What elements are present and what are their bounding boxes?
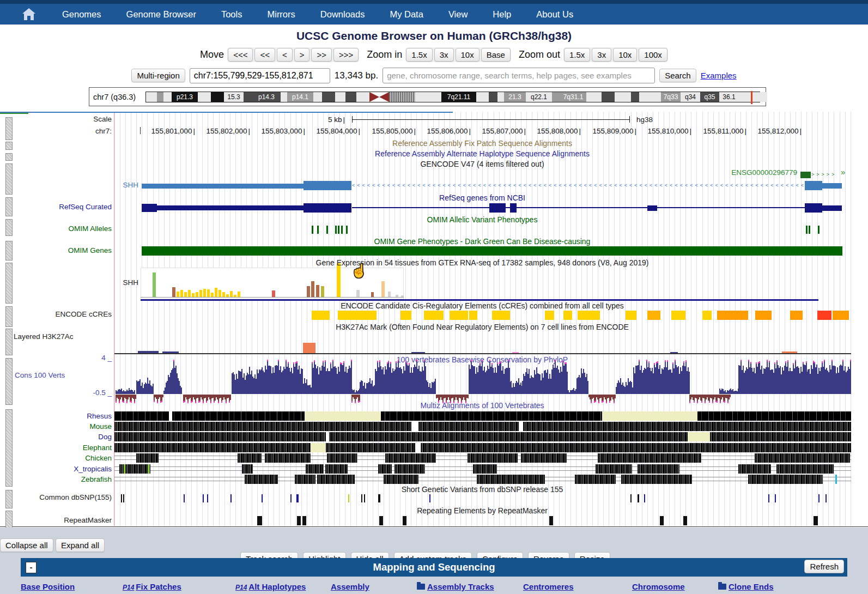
ideogram-band[interactable]: [739, 92, 767, 102]
species-label-chicken[interactable]: Chicken: [85, 454, 112, 462]
gene-label-ensg[interactable]: ENSG00000296779: [685, 168, 797, 177]
ideogram-bar[interactable]: p21.315.3p14.3p14.17q21.1121.3q22.17q31.…: [145, 92, 760, 102]
multiz-align-block[interactable]: [596, 464, 632, 474]
gtex-bar[interactable]: [218, 290, 221, 297]
omim-allele[interactable]: [806, 226, 808, 234]
track-title-gtex[interactable]: Gene Expression in 54 tissues from GTEx …: [113, 258, 851, 267]
config-link-centromeres[interactable]: Centromeres: [523, 582, 574, 591]
gtex-bar[interactable]: [356, 290, 360, 297]
multiz-align-block[interactable]: [238, 453, 262, 463]
search-input[interactable]: [383, 68, 655, 83]
zoom-out-3x-button[interactable]: 3x: [592, 48, 611, 62]
snp[interactable]: [123, 494, 124, 502]
multiz-align-block[interactable]: [621, 475, 692, 484]
multiz-align-block[interactable]: [394, 464, 425, 474]
refseq-exon[interactable]: [647, 205, 657, 211]
zoom-out-100x-button[interactable]: 100x: [639, 48, 667, 62]
track-title-refseq[interactable]: RefSeq genes from NCBI: [113, 193, 851, 202]
refseq-exon[interactable]: [304, 203, 351, 213]
ccre-element[interactable]: [545, 311, 554, 320]
gtex-bar[interactable]: [177, 292, 179, 297]
h3k27ac-peak[interactable]: [138, 351, 159, 353]
ccre-element[interactable]: [671, 311, 685, 320]
gtex-bar[interactable]: [184, 292, 187, 297]
ideogram-band[interactable]: q34: [681, 92, 700, 102]
multiz-align-block[interactable]: [468, 453, 518, 463]
repeat[interactable]: [403, 516, 406, 525]
config-link-assembly-tracks[interactable]: Assembly Tracks: [417, 582, 494, 591]
omim-allele[interactable]: [809, 226, 810, 234]
snp[interactable]: [630, 494, 632, 502]
h3k27ac-peak[interactable]: [303, 343, 315, 353]
gtex-bar[interactable]: [222, 292, 225, 297]
zoom-out-10x-button[interactable]: 10x: [613, 48, 637, 62]
gene-label-shh-gtex[interactable]: SHH: [116, 278, 138, 287]
ideogram-band[interactable]: [586, 92, 602, 102]
config-link-alt-haplotypes[interactable]: P14Alt Haplotypes: [235, 582, 306, 591]
multiz-align-block[interactable]: [136, 453, 159, 463]
nav-genome-browser[interactable]: Genome Browser: [126, 9, 196, 20]
gtex-bar[interactable]: [381, 281, 385, 297]
snp[interactable]: [296, 494, 299, 502]
ccre-element[interactable]: [702, 311, 712, 320]
ideogram-band[interactable]: p21.3: [172, 92, 198, 102]
multiz-row-elephant[interactable]: [114, 443, 851, 452]
ideogram-band[interactable]: [389, 92, 415, 102]
h3k27ac-peak[interactable]: [782, 351, 797, 353]
repeat[interactable]: [660, 516, 664, 525]
snp[interactable]: [644, 494, 645, 502]
snp[interactable]: [184, 494, 185, 502]
snp[interactable]: [262, 494, 263, 502]
gtex-bar[interactable]: [192, 293, 195, 297]
h3k27ac-peak[interactable]: [162, 351, 179, 353]
track-label-dbsnp[interactable]: Common dbSNP(155): [39, 493, 112, 501]
nav-my-data[interactable]: My Data: [390, 9, 423, 20]
ideogram-band[interactable]: [322, 92, 335, 102]
ideogram-band[interactable]: 36.1: [719, 92, 739, 102]
shh-exon[interactable]: [304, 181, 351, 190]
nav-view[interactable]: View: [448, 9, 468, 20]
ideogram-band[interactable]: 7q33: [661, 92, 681, 102]
multiz-align-block[interactable]: [242, 464, 253, 474]
gtex-bar[interactable]: [230, 291, 233, 297]
config-link-chromosome[interactable]: Chromosome: [632, 582, 685, 591]
zoom-in-base-button[interactable]: Base: [481, 48, 511, 62]
move-right-button[interactable]: >>: [311, 48, 332, 62]
ideogram-band[interactable]: 15.3: [224, 92, 244, 102]
ideogram-band[interactable]: [211, 92, 224, 102]
gtex-bar[interactable]: [371, 292, 374, 297]
scale-bar-tick[interactable]: [629, 116, 630, 123]
ideogram-band[interactable]: [313, 92, 322, 102]
h3k27ac-peak[interactable]: [670, 352, 678, 353]
ccre-element[interactable]: [492, 311, 510, 320]
refseq-exon[interactable]: [805, 203, 822, 213]
nav-downloads[interactable]: Downloads: [320, 9, 365, 20]
multiz-row-rhesus[interactable]: [114, 411, 851, 421]
ccre-element[interactable]: [755, 311, 772, 320]
gtex-bar[interactable]: [211, 293, 214, 297]
zoom-in-10x-button[interactable]: 10x: [456, 48, 479, 62]
multiz-align-block[interactable]: [306, 464, 324, 474]
move-far-right-button[interactable]: >>>: [333, 48, 359, 62]
repeat[interactable]: [814, 516, 818, 525]
omim-allele[interactable]: [335, 226, 337, 234]
ideogram-band[interactable]: [163, 92, 172, 102]
multiz-align-block[interactable]: [378, 464, 392, 474]
repeat[interactable]: [683, 516, 687, 525]
h3k27ac-peak[interactable]: [512, 352, 519, 353]
config-link-clone-ends[interactable]: Clone Ends: [718, 582, 774, 591]
species-label-rhesus[interactable]: Rhesus: [87, 412, 112, 420]
snp[interactable]: [207, 494, 208, 502]
track-image-area[interactable]: <<<<<<<<<<<<<<<<<<<<<<<<<<<<<<<<<<<<<<<<…: [0, 112, 868, 527]
species-label-elephant[interactable]: Elephant: [83, 444, 112, 452]
h3k27ac-peak[interactable]: [411, 352, 425, 353]
ccre-element[interactable]: [626, 311, 636, 320]
ideogram-band[interactable]: [369, 92, 379, 102]
ccre-element[interactable]: [424, 311, 444, 320]
nav-help[interactable]: Help: [493, 9, 511, 20]
snp[interactable]: [230, 494, 232, 502]
snp[interactable]: [768, 494, 769, 502]
gtex-bar[interactable]: [396, 295, 398, 297]
repeat[interactable]: [379, 516, 383, 525]
search-button[interactable]: Search: [659, 69, 696, 82]
